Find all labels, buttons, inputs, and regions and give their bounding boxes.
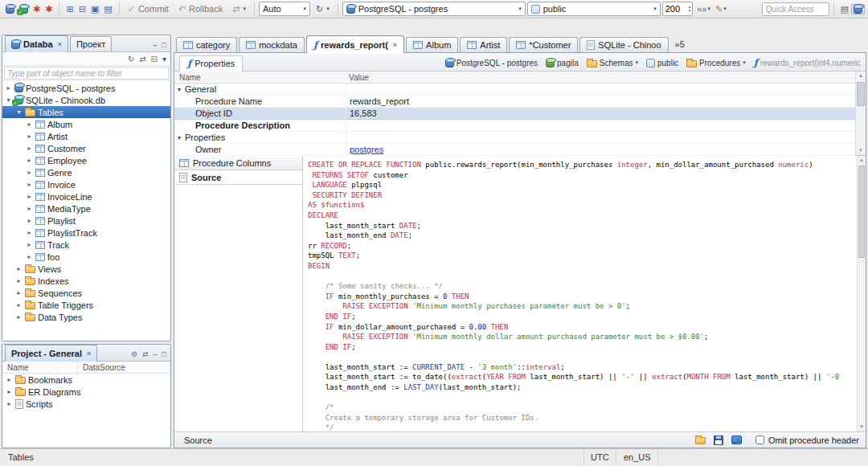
tree-item-foo[interactable]: ▸foo xyxy=(2,251,170,263)
project-item-scripts[interactable]: ▸Scripts xyxy=(2,398,170,410)
dbeaver-perspective-icon[interactable] xyxy=(851,4,865,14)
property-row-procedure-name[interactable]: Procedure Namerewards_report xyxy=(174,96,855,108)
tree-expander-icon[interactable]: ▸ xyxy=(15,277,23,284)
link-with-editor-icon[interactable]: ⇄ xyxy=(137,53,148,65)
save-to-file-icon[interactable] xyxy=(711,435,726,446)
tree-item-mediatype[interactable]: ▸MediaType xyxy=(2,202,170,215)
tree-expander-icon[interactable]: ▸ xyxy=(6,400,13,407)
breadcrumb-item-rewards-report-int4-numeric[interactable]: ƒrewards_report(int4,numeric xyxy=(754,58,861,67)
scroll-down-icon[interactable]: ▼ xyxy=(856,146,866,155)
grid-column-value[interactable]: Value xyxy=(346,73,866,82)
tree-item-genre[interactable]: ▸Genre xyxy=(2,166,170,178)
open-file-icon[interactable] xyxy=(693,435,708,445)
close-tab-icon[interactable]: × xyxy=(58,40,62,48)
tree-item-views[interactable]: ▸Views xyxy=(2,263,170,275)
status-locale[interactable]: en_US xyxy=(617,449,658,466)
property-value-link[interactable]: postgres xyxy=(350,145,383,154)
project-tab-project-general[interactable]: Project - General× xyxy=(5,345,97,362)
tree-item-employee[interactable]: ▸Employee xyxy=(2,154,170,166)
tree-filter-input[interactable] xyxy=(4,67,169,80)
tree-item-sequences[interactable]: ▸Sequences xyxy=(2,287,170,299)
navigator-tab-проект[interactable]: Проект xyxy=(70,36,112,51)
omit-procedure-header-option[interactable]: Omit procedure header xyxy=(755,435,859,445)
editor-subtab-source[interactable]: Source xyxy=(174,170,302,185)
tree-expander-icon[interactable]: ▸ xyxy=(26,229,33,236)
tree-expander-icon[interactable]: ▸ xyxy=(26,121,33,128)
close-tab-icon[interactable]: × xyxy=(87,350,91,358)
editor-tab-rewards-report[interactable]: ƒrewards_report(× xyxy=(306,35,404,53)
group-expander-icon[interactable]: ▾ xyxy=(178,134,185,141)
collapse-all-icon[interactable]: ⊟ xyxy=(149,53,160,65)
layout-window-icon[interactable]: ▤ xyxy=(101,3,114,15)
property-row-object-id[interactable]: Object ID16,583 xyxy=(174,108,855,120)
open-in-sql-editor-icon[interactable] xyxy=(729,435,744,445)
source-editor[interactable]: CREATE OR REPLACE FUNCTION public.reward… xyxy=(303,156,866,431)
new-sql-editor-icon[interactable]: ✱ xyxy=(31,3,43,15)
tab-overflow-button[interactable]: »5 xyxy=(675,39,685,49)
tree-expander-icon[interactable]: ▸ xyxy=(15,313,23,321)
tree-expander-icon[interactable]: ▸ xyxy=(26,145,33,152)
quick-access-input[interactable] xyxy=(762,2,829,16)
tree-item-customer[interactable]: ▸Customer xyxy=(2,142,170,154)
breadcrumb-item-pagila[interactable]: pagila xyxy=(546,59,579,67)
refresh-tree-icon[interactable]: ↻ xyxy=(125,53,137,65)
tree-item-indexes[interactable]: ▸Indexes xyxy=(2,275,170,287)
schema-combo[interactable]: public ▾ xyxy=(527,2,661,16)
edit-value-icon[interactable]: ✎▾ xyxy=(713,3,729,15)
tree-expander-icon[interactable]: ▾ xyxy=(5,96,12,104)
grid-scrollbar[interactable]: ▲ ▼ xyxy=(855,72,866,155)
refresh-button[interactable]: ↻ ▾ xyxy=(312,2,334,16)
view-menu-icon[interactable]: ▾ xyxy=(160,53,169,65)
connection-combo[interactable]: PostgreSQL - postgres ▾ xyxy=(342,2,526,16)
tree-expander-icon[interactable]: ▸ xyxy=(26,157,33,164)
maximize-panel-icon[interactable]: □ xyxy=(160,39,169,51)
editor-tab-customer[interactable]: *Customer xyxy=(509,37,578,52)
group-expander-icon[interactable]: ▾ xyxy=(178,86,185,93)
source-scrollbar[interactable]: ▲ ▼ xyxy=(857,156,866,431)
tree-expander-icon[interactable]: ▸ xyxy=(26,169,33,176)
tree-item-postgresql-postgres[interactable]: ▸PostgreSQL - postgres xyxy=(2,82,170,94)
property-group-properties[interactable]: ▾Properties xyxy=(174,132,855,144)
tree-expander-icon[interactable]: ▸ xyxy=(15,289,23,296)
property-row-owner[interactable]: Ownerpostgres xyxy=(174,144,855,156)
spinner-arrows-icon[interactable]: ▴▾ xyxy=(687,5,693,13)
scroll-up-icon[interactable]: ▲ xyxy=(856,72,866,80)
breadcrumb-item-public[interactable]: public xyxy=(646,59,678,67)
recent-sql-editor-icon[interactable]: ✱ xyxy=(43,3,55,15)
results-window-icon[interactable]: ▣ xyxy=(88,3,101,15)
minimize-project-icon[interactable]: – xyxy=(151,349,160,361)
tree-expander-icon[interactable]: ▸ xyxy=(26,241,33,248)
property-row-procedure-description[interactable]: Procedure Description xyxy=(174,120,855,132)
commit-mode-combo[interactable]: Auto ▾ xyxy=(259,2,310,16)
scroll-up-icon[interactable]: ▲ xyxy=(858,156,866,165)
tree-item-playlist[interactable]: ▸Playlist xyxy=(2,215,170,227)
tree-expander-icon[interactable]: ▸ xyxy=(6,376,13,383)
output-window-icon[interactable]: ⊟ xyxy=(76,3,88,15)
open-perspective-icon[interactable]: ▤ xyxy=(838,3,851,15)
scroll-down-icon[interactable]: ▼ xyxy=(858,423,866,431)
transaction-mode-button[interactable]: ⇄ ▾ xyxy=(228,2,250,16)
scrollbar-thumb[interactable] xyxy=(857,82,865,106)
commit-button[interactable]: ✓ Commit xyxy=(124,2,173,16)
tree-item-invoiceline[interactable]: ▸InvoiceLine xyxy=(2,190,170,202)
tree-expander-icon[interactable]: ▸ xyxy=(26,133,33,140)
tree-expander-icon[interactable]: ▸ xyxy=(26,253,33,260)
tree-expander-icon[interactable]: ▸ xyxy=(26,205,33,212)
grid-column-name[interactable]: Name xyxy=(174,73,346,82)
tree-item-artist[interactable]: ▸Artist xyxy=(2,130,170,142)
editor-tab-album[interactable]: Album xyxy=(406,37,458,52)
breadcrumb-item-procedures[interactable]: Procedures▾ xyxy=(686,59,746,67)
project-settings-icon[interactable]: ⚙ xyxy=(129,349,140,361)
tree-expander-icon[interactable]: ▸ xyxy=(15,301,23,309)
tree-item-data-types[interactable]: ▸Data Types xyxy=(2,311,170,323)
tab-properties[interactable]: ƒ Properties xyxy=(179,55,243,72)
source-code[interactable]: CREATE OR REPLACE FUNCTION public.reward… xyxy=(303,156,857,431)
tree-expander-icon[interactable]: ▸ xyxy=(6,388,13,395)
tree-expander-icon[interactable]: ▸ xyxy=(5,84,12,92)
tree-item-table-triggers[interactable]: ▸Table Triggers xyxy=(2,299,170,311)
editor-tab-category[interactable]: category xyxy=(176,37,237,52)
tree-item-track[interactable]: ▸Track xyxy=(2,239,170,251)
maximize-project-icon[interactable]: □ xyxy=(160,349,169,361)
navigator-tab-databa[interactable]: Databa× xyxy=(5,35,68,52)
sql-templates-icon[interactable]: «»▾ xyxy=(694,3,713,15)
